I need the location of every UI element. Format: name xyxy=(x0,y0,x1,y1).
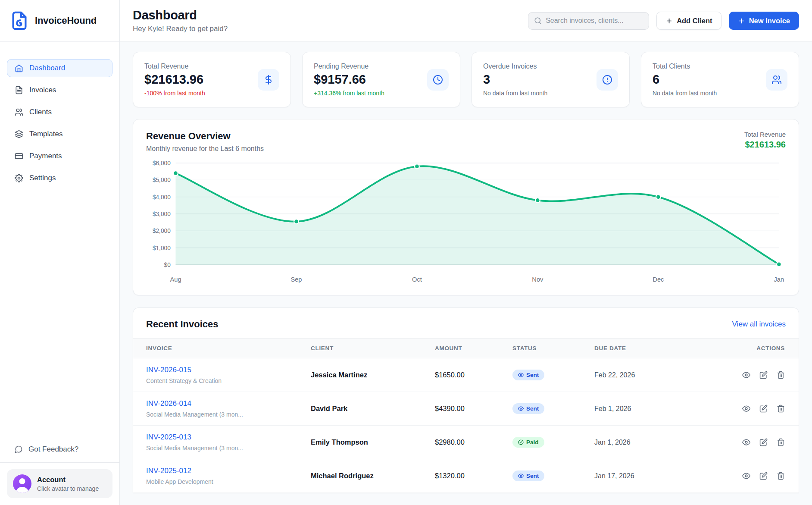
file-text-icon xyxy=(15,86,23,94)
account-subtitle: Click avatar to manage xyxy=(37,485,99,492)
sidebar-item-invoices[interactable]: Invoices xyxy=(7,81,112,99)
status-label: Sent xyxy=(526,473,539,479)
column-client: CLIENT xyxy=(311,339,435,358)
svg-text:$3,000: $3,000 xyxy=(153,210,171,217)
column-amount: AMOUNT xyxy=(435,339,512,358)
sidebar: InvoiceHound Dashboard Invoices Clients xyxy=(0,0,120,505)
delete-invoice-button[interactable] xyxy=(777,371,785,379)
sidebar-nav: Dashboard Invoices Clients Templates xyxy=(0,42,119,187)
invoice-client: David Park xyxy=(311,392,435,426)
recent-invoices-card: Recent Invoices View all invoices INVOIC… xyxy=(133,307,799,493)
sidebar-item-label: Templates xyxy=(29,130,62,138)
account-card[interactable]: Account Click avatar to manage xyxy=(7,469,112,498)
delete-invoice-button[interactable] xyxy=(777,438,785,446)
table-row: INV-2026-014 Social Media Management (3 … xyxy=(133,392,799,426)
svg-text:$0: $0 xyxy=(164,261,171,268)
gear-icon xyxy=(15,174,23,182)
users-icon xyxy=(766,69,787,91)
stat-delta: +314.36% from last month xyxy=(314,90,384,97)
credit-card-icon xyxy=(15,152,23,160)
column-actions: ACTIONS xyxy=(700,339,799,358)
new-invoice-label: New Invoice xyxy=(749,17,790,25)
edit-invoice-button[interactable] xyxy=(759,371,768,379)
chart-title: Revenue Overview xyxy=(146,131,264,142)
search-icon xyxy=(534,17,542,25)
invoice-client: Jessica Martinez xyxy=(311,358,435,392)
sidebar-item-templates[interactable]: Templates xyxy=(7,125,112,143)
invoice-amount: $1650.00 xyxy=(435,358,512,392)
invoice-id-link[interactable]: INV-2025-013 xyxy=(146,433,311,442)
stat-label: Total Revenue xyxy=(144,63,205,70)
stat-card-overdue-invoices: Overdue Invoices 3 No data from last mon… xyxy=(472,52,630,107)
account-section: Account Click avatar to manage xyxy=(0,462,119,505)
edit-invoice-button[interactable] xyxy=(759,472,768,480)
chart-head: Revenue Overview Monthly revenue for the… xyxy=(146,131,786,153)
page-greeting: Hey Kyle! Ready to get paid? xyxy=(133,25,228,33)
invoice-client: Michael Rodriguez xyxy=(311,459,435,493)
chart-subtitle: Monthly revenue for the Last 6 months xyxy=(146,145,264,153)
sidebar-item-label: Payments xyxy=(29,152,62,160)
add-client-button[interactable]: Add Client xyxy=(656,12,721,30)
app-root: InvoiceHound Dashboard Invoices Clients xyxy=(0,0,812,505)
sidebar-item-settings[interactable]: Settings xyxy=(7,169,112,187)
view-invoice-button[interactable] xyxy=(742,472,750,480)
new-invoice-button[interactable]: New Invoice xyxy=(729,12,799,30)
invoices-title: Recent Invoices xyxy=(146,319,219,330)
eye-icon xyxy=(518,473,524,479)
avatar[interactable] xyxy=(13,474,31,493)
row-actions xyxy=(700,472,785,480)
eye-icon xyxy=(518,406,524,411)
search-input[interactable] xyxy=(546,17,643,25)
svg-text:$5,000: $5,000 xyxy=(153,176,171,183)
sidebar-item-label: Dashboard xyxy=(29,64,65,72)
delete-invoice-button[interactable] xyxy=(777,472,785,480)
chart-total-label: Total Revenue xyxy=(744,131,786,138)
invoicehound-logo-icon xyxy=(9,11,29,31)
invoice-description: Content Strategy & Creation xyxy=(146,377,311,384)
delete-invoice-button[interactable] xyxy=(777,405,785,413)
invoice-id-link[interactable]: INV-2025-012 xyxy=(146,467,311,475)
row-actions xyxy=(700,405,785,413)
account-text: Account Click avatar to manage xyxy=(37,476,99,492)
view-all-invoices-link[interactable]: View all invoices xyxy=(732,320,786,329)
feedback-button[interactable]: Got Feedback? xyxy=(0,439,119,462)
content: Total Revenue $21613.96 -100% from last … xyxy=(120,42,812,505)
table-row: INV-2025-013 Social Media Management (3 … xyxy=(133,426,799,459)
eye-icon xyxy=(518,372,524,378)
account-title: Account xyxy=(37,476,99,484)
dollar-sign-icon xyxy=(258,69,279,91)
view-invoice-button[interactable] xyxy=(742,405,750,413)
invoice-id-link[interactable]: INV-2026-014 xyxy=(146,399,311,408)
stat-delta: -100% from last month xyxy=(144,90,205,97)
stat-card-total-revenue: Total Revenue $21613.96 -100% from last … xyxy=(133,52,291,107)
svg-text:Aug: Aug xyxy=(170,276,181,283)
svg-text:$1,000: $1,000 xyxy=(153,245,171,251)
row-actions xyxy=(700,438,785,446)
invoices-table: INVOICE CLIENT AMOUNT STATUS DUE DATE AC… xyxy=(133,338,799,493)
clock-icon xyxy=(427,69,449,91)
invoice-id-link[interactable]: INV-2026-015 xyxy=(146,366,311,374)
home-icon xyxy=(15,64,23,72)
invoice-description: Social Media Management (3 mon... xyxy=(146,411,311,418)
column-due-date: DUE DATE xyxy=(594,339,700,358)
chart-total: Total Revenue $21613.96 xyxy=(744,131,786,150)
page-title: Dashboard xyxy=(133,8,228,22)
layers-icon xyxy=(15,130,23,138)
invoice-description: Mobile App Development xyxy=(146,478,311,485)
view-invoice-button[interactable] xyxy=(742,371,750,379)
edit-invoice-button[interactable] xyxy=(759,405,768,413)
sidebar-item-clients[interactable]: Clients xyxy=(7,103,112,121)
alert-circle-icon xyxy=(597,69,618,91)
status-label: Sent xyxy=(526,372,539,378)
plus-icon xyxy=(738,17,745,25)
stat-value: $21613.96 xyxy=(144,72,205,87)
view-invoice-button[interactable] xyxy=(742,438,750,446)
edit-invoice-button[interactable] xyxy=(759,438,768,446)
stat-label: Total Clients xyxy=(653,63,717,70)
brand-name: InvoiceHound xyxy=(35,15,97,26)
sidebar-item-dashboard[interactable]: Dashboard xyxy=(7,59,112,77)
status-badge: Sent xyxy=(512,370,544,380)
svg-text:Oct: Oct xyxy=(412,276,422,283)
sidebar-item-payments[interactable]: Payments xyxy=(7,147,112,165)
stat-value: 6 xyxy=(653,72,717,87)
